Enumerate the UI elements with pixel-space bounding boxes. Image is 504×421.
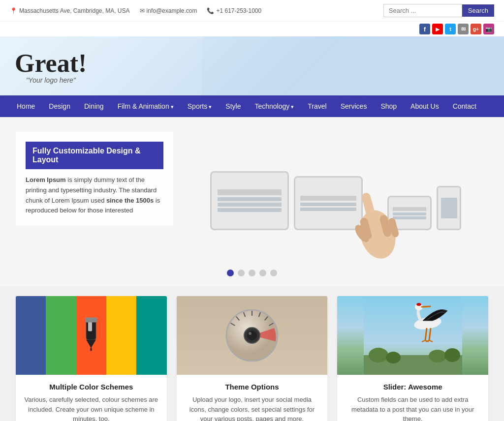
nav-item-travel[interactable]: Travel — [301, 95, 333, 117]
address: 📍 Massachusetts Ave, Cambridge, MA, USA — [10, 7, 130, 14]
bird-image — [337, 296, 488, 375]
svg-point-28 — [444, 348, 460, 362]
feature-desc-theme-options: Upload your logo, insert your social med… — [185, 395, 320, 421]
slider-content: Fully Customizable Design & Layout Lorem… — [16, 132, 488, 260]
site-header: Great! "Your logo here" — [0, 36, 504, 95]
slider-pagination — [227, 270, 277, 276]
slider-highlight: since the 1500s — [106, 197, 154, 204]
nav-item-style[interactable]: Style — [219, 95, 248, 117]
feature-body-theme-options: Theme Options Upload your logo, insert y… — [177, 375, 328, 421]
logo: Great! "Your logo here" — [15, 51, 87, 84]
logo-tagline: "Your logo here" — [15, 76, 87, 84]
google-plus-icon[interactable]: g+ — [471, 24, 481, 34]
slider-dot-5[interactable] — [270, 270, 277, 276]
location-icon: 📍 — [10, 7, 17, 14]
features-section: Multiple Color Schemes Various, carefull… — [0, 286, 504, 421]
features-grid: Multiple Color Schemes Various, carefull… — [16, 296, 488, 421]
nav-link-technology[interactable]: Technology — [248, 95, 301, 117]
dropper-icon — [71, 313, 111, 359]
phone-info: 📞 +1 617-253-1000 — [207, 7, 261, 14]
feature-desc-slider: Custom fields can be used to add extra m… — [345, 395, 480, 421]
slider-text-panel: Fully Customizable Design & Layout Lorem… — [16, 132, 173, 226]
nav-link-film[interactable]: Film & Animation — [111, 95, 181, 117]
nav-item-services[interactable]: Services — [334, 95, 374, 117]
device-mockups — [205, 161, 466, 230]
color-bar-5 — [136, 296, 166, 375]
color-scheme-image — [16, 296, 167, 375]
svg-point-31 — [416, 303, 421, 306]
svg-line-32 — [422, 306, 430, 307]
nav-item-dining[interactable]: Dining — [77, 95, 111, 117]
theme-options-image — [177, 296, 328, 375]
header-background — [202, 36, 504, 95]
nav-item-technology[interactable]: Technology — [248, 95, 301, 117]
feature-card-slider: Slider: Awesome Custom fields can be use… — [337, 296, 488, 421]
svg-point-26 — [386, 352, 401, 363]
color-bar-1 — [16, 296, 46, 375]
search-area: Search — [383, 4, 494, 17]
email-icon: ✉ — [140, 7, 145, 14]
svg-marker-8 — [86, 340, 96, 348]
slider-dot-3[interactable] — [249, 270, 255, 276]
slider-dot-2[interactable] — [238, 270, 245, 276]
svg-point-22 — [249, 332, 252, 335]
email-social-icon[interactable]: ✉ — [458, 24, 469, 34]
hand-pointing-svg — [333, 161, 412, 270]
feature-title-color-schemes: Multiple Color Schemes — [24, 383, 159, 391]
facebook-icon[interactable]: f — [419, 24, 430, 34]
feature-title-slider: Slider: Awesome — [345, 383, 480, 391]
svg-rect-10 — [88, 322, 92, 331]
feature-desc-color-schemes: Various, carefully selected, colour sche… — [24, 395, 159, 421]
contact-info: 📍 Massachusetts Ave, Cambridge, MA, USA … — [10, 7, 261, 14]
nav-link-shop[interactable]: Shop — [374, 95, 404, 117]
search-button[interactable]: Search — [462, 4, 494, 17]
feature-card-color-schemes: Multiple Color Schemes Various, carefull… — [16, 296, 167, 421]
nav-link-dining[interactable]: Dining — [77, 95, 111, 117]
email-info: ✉ info@example.com — [140, 7, 197, 14]
nav-link-about[interactable]: About Us — [404, 95, 446, 117]
nav-link-design[interactable]: Design — [42, 95, 77, 117]
slider-heading: Fully Customizable Design & Layout — [26, 142, 163, 169]
slider-bold-intro: Lorem Ipsum — [26, 176, 66, 183]
search-input[interactable] — [383, 4, 462, 17]
feature-body-slider: Slider: Awesome Custom fields can be use… — [337, 375, 488, 421]
nav-item-design[interactable]: Design — [42, 95, 77, 117]
nav-link-home[interactable]: Home — [10, 95, 42, 117]
top-bar: 📍 Massachusetts Ave, Cambridge, MA, USA … — [0, 0, 504, 22]
nav-item-shop[interactable]: Shop — [374, 95, 404, 117]
phone-icon: 📞 — [207, 7, 214, 14]
nav-item-film[interactable]: Film & Animation — [111, 95, 181, 117]
feature-title-theme-options: Theme Options — [185, 383, 320, 391]
svg-rect-11 — [85, 318, 97, 323]
nav-link-sports[interactable]: Sports — [181, 95, 219, 117]
twitter-icon[interactable]: t — [445, 24, 456, 34]
nav-item-contact[interactable]: Contact — [446, 95, 483, 117]
slider-dot-4[interactable] — [259, 270, 266, 276]
instagram-icon[interactable]: 📷 — [483, 24, 494, 34]
svg-point-25 — [369, 348, 388, 362]
feature-body-color-schemes: Multiple Color Schemes Various, carefull… — [16, 375, 167, 421]
logo-text: Great! — [15, 51, 87, 76]
slider-body: Lorem Ipsum is simply dummy text of the … — [26, 175, 163, 216]
slider-dot-1[interactable] — [227, 270, 234, 276]
svg-point-27 — [429, 350, 446, 362]
youtube-icon[interactable]: ▶ — [432, 24, 443, 34]
device-phone — [437, 186, 461, 230]
nav-item-sports[interactable]: Sports — [181, 95, 219, 117]
nav-link-contact[interactable]: Contact — [446, 95, 483, 117]
tablet-large — [210, 171, 289, 230]
nav-link-travel[interactable]: Travel — [301, 95, 333, 117]
slider-devices — [183, 132, 488, 260]
tablet-medium-wrapper — [294, 176, 363, 230]
feature-card-theme-options: Theme Options Upload your logo, insert y… — [177, 296, 328, 421]
bird-svg — [364, 296, 462, 375]
nav-list: Home Design Dining Film & Animation Spor… — [10, 95, 494, 117]
eyedropper-svg — [71, 313, 111, 352]
nav-link-style[interactable]: Style — [219, 95, 248, 117]
nav-item-home[interactable]: Home — [10, 95, 42, 117]
main-nav: Home Design Dining Film & Animation Spor… — [0, 95, 504, 117]
nav-item-about[interactable]: About Us — [404, 95, 446, 117]
dial-svg — [222, 306, 282, 365]
nav-link-services[interactable]: Services — [334, 95, 374, 117]
social-icons-bar: f ▶ t ✉ g+ 📷 — [0, 22, 504, 36]
